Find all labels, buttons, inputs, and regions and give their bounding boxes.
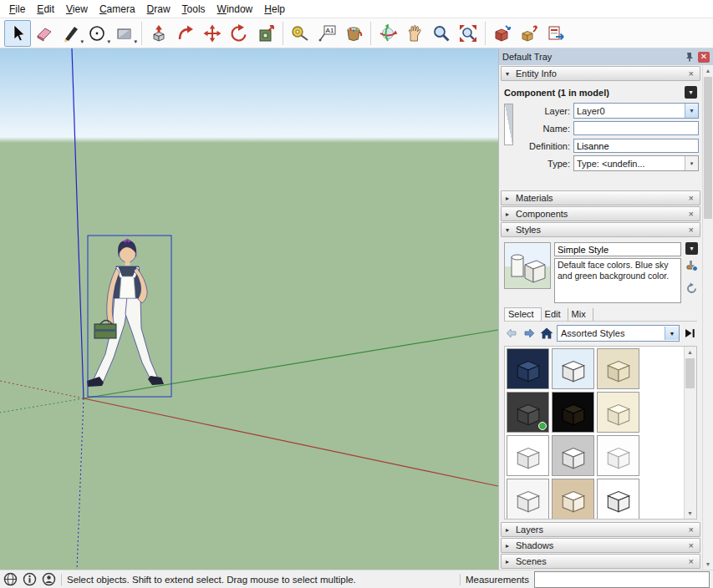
section-header-shadows[interactable]: ▸ Shadows × xyxy=(501,538,700,553)
line-tool-button[interactable]: ▾ xyxy=(58,20,84,47)
scroll-up-icon[interactable]: ▲ xyxy=(703,65,713,76)
style-name-input[interactable] xyxy=(554,242,681,256)
pin-icon[interactable] xyxy=(685,52,695,62)
entity-details-toggle-button[interactable]: ▾ xyxy=(685,86,697,99)
style-thumbnail[interactable] xyxy=(507,392,549,433)
home-icon[interactable] xyxy=(539,326,554,341)
tab-mix[interactable]: Mix xyxy=(568,308,593,321)
section-header-components[interactable]: ▸ Components × xyxy=(501,206,700,221)
style-thumbnail[interactable] xyxy=(507,348,549,389)
style-thumbnail[interactable] xyxy=(552,479,594,520)
scroll-up-icon[interactable]: ▲ xyxy=(685,347,695,357)
styles-scrollbar[interactable]: ▲ ▼ xyxy=(684,347,696,519)
viewport-3d[interactable] xyxy=(0,48,498,570)
orbit-tool-button[interactable] xyxy=(374,20,401,47)
style-details-toggle-button[interactable]: ▾ xyxy=(685,242,698,255)
tape-measure-tool-button[interactable] xyxy=(287,20,313,47)
dropdown-arrow-icon[interactable]: ▾ xyxy=(685,156,698,170)
zoom-extents-tool-button[interactable] xyxy=(455,20,481,47)
style-thumbnail[interactable] xyxy=(552,435,594,476)
style-thumbnail[interactable] xyxy=(597,435,639,476)
section-header-layers[interactable]: ▸ Layers × xyxy=(501,522,700,537)
select-tool-button[interactable] xyxy=(4,20,31,47)
tab-edit[interactable]: Edit xyxy=(542,308,568,321)
send-to-layout-button[interactable] xyxy=(542,20,569,47)
collapse-arrow-icon: ▾ xyxy=(506,226,516,234)
definition-input[interactable] xyxy=(573,139,699,153)
style-thumbnail[interactable] xyxy=(597,479,639,520)
tape-measure-icon xyxy=(290,23,310,43)
scroll-down-icon[interactable]: ▼ xyxy=(703,559,713,570)
text-tool-button[interactable]: A1 xyxy=(313,20,340,47)
menu-camera[interactable]: Camera xyxy=(94,2,141,17)
menu-tools[interactable]: Tools xyxy=(176,2,211,17)
svg-text:A1: A1 xyxy=(326,27,334,34)
warehouse-button[interactable] xyxy=(489,20,516,47)
tray-close-button[interactable]: ✕ xyxy=(698,52,710,63)
line-tool-dropdown-arrow[interactable]: ▾ xyxy=(80,38,84,44)
account-icon[interactable] xyxy=(42,572,56,586)
eraser-tool-button[interactable] xyxy=(31,20,58,47)
section-close-button[interactable]: × xyxy=(687,209,695,219)
tab-select[interactable]: Select xyxy=(504,307,542,321)
menu-window[interactable]: Window xyxy=(211,2,259,17)
scroll-thumb[interactable] xyxy=(685,358,695,388)
circle-tool-dropdown-arrow[interactable]: ▾ xyxy=(107,38,110,44)
circle-tool-button[interactable]: ▾ xyxy=(84,20,111,47)
scroll-thumb[interactable] xyxy=(704,77,712,219)
back-arrow-icon[interactable] xyxy=(504,326,519,341)
menu-draw[interactable]: Draw xyxy=(141,2,176,17)
menu-view[interactable]: View xyxy=(60,2,94,17)
create-style-icon[interactable] xyxy=(685,259,698,271)
style-thumbnail[interactable] xyxy=(597,392,639,433)
update-style-icon[interactable] xyxy=(685,282,698,295)
style-thumbnail[interactable] xyxy=(507,435,549,476)
move-tool-button[interactable] xyxy=(199,20,226,47)
section-header-styles[interactable]: ▾ Styles × xyxy=(501,222,700,237)
dropdown-arrow-icon[interactable]: ▼ xyxy=(685,104,698,118)
section-header-materials[interactable]: ▸ Materials × xyxy=(501,190,700,205)
rectangle-tool-button[interactable]: ▾ xyxy=(111,20,138,47)
rotate-tool-button[interactable] xyxy=(226,20,252,47)
section-close-button[interactable]: × xyxy=(687,193,695,203)
default-tray-header[interactable]: Default Tray ✕ xyxy=(499,48,713,65)
menu-file[interactable]: File xyxy=(3,2,31,17)
style-thumbnail[interactable] xyxy=(507,479,549,520)
share-model-button[interactable] xyxy=(516,20,542,47)
style-thumbnail[interactable] xyxy=(552,392,594,433)
style-description[interactable]: Default face colors. Blue sky and green … xyxy=(554,258,681,303)
rectangle-tool-dropdown-arrow[interactable]: ▾ xyxy=(134,38,137,44)
zoom-tool-button[interactable] xyxy=(428,20,455,47)
menu-help[interactable]: Help xyxy=(258,2,291,17)
tray-scrollbar[interactable]: ▲ ▼ xyxy=(702,65,713,570)
pan-hand-icon xyxy=(405,23,425,43)
menu-edit[interactable]: Edit xyxy=(31,2,60,17)
section-close-button[interactable]: × xyxy=(687,225,695,235)
follow-me-tool-button[interactable] xyxy=(172,20,199,47)
pan-tool-button[interactable] xyxy=(401,20,428,47)
style-thumbnail[interactable] xyxy=(552,348,594,389)
component-lisanne-figure[interactable] xyxy=(87,236,171,397)
style-thumbnail[interactable] xyxy=(597,348,639,389)
info-icon[interactable] xyxy=(23,572,37,586)
name-input[interactable] xyxy=(573,121,699,135)
measurements-input[interactable] xyxy=(534,571,710,588)
styles-collection-select[interactable]: Assorted Styles ▼ xyxy=(557,325,680,342)
section-header-entity-info[interactable]: ▾ Entity Info × xyxy=(501,66,700,81)
section-header-scenes[interactable]: ▸ Scenes × xyxy=(501,554,700,569)
geolocation-icon[interactable] xyxy=(3,572,18,586)
forward-arrow-icon[interactable] xyxy=(522,326,537,341)
type-select[interactable]: Type: <undefin... ▾ xyxy=(573,155,699,171)
paint-bucket-tool-button[interactable] xyxy=(340,20,367,47)
push-pull-tool-button[interactable] xyxy=(145,20,172,47)
styles-panel: Default face colors. Blue sky and green … xyxy=(499,237,702,521)
details-flyout-icon[interactable] xyxy=(682,326,697,341)
offset-tool-button[interactable] xyxy=(252,20,279,47)
section-close-button[interactable]: × xyxy=(687,540,695,550)
scroll-down-icon[interactable]: ▼ xyxy=(685,508,695,519)
dropdown-arrow-icon[interactable]: ▼ xyxy=(665,327,679,340)
section-close-button[interactable]: × xyxy=(687,556,695,566)
section-close-button[interactable]: × xyxy=(687,68,695,79)
layer-select[interactable]: Layer0 ▼ xyxy=(573,103,699,119)
section-close-button[interactable]: × xyxy=(687,525,695,535)
